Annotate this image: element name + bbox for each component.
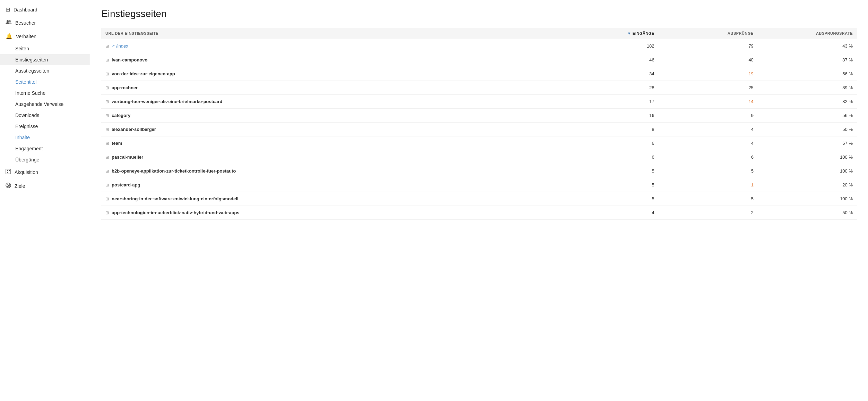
- abspruenge-value: 25: [659, 81, 758, 95]
- col-header-eingaenge[interactable]: ▼EINGÄNGE: [559, 28, 659, 39]
- expand-icon[interactable]: ⊞: [105, 99, 109, 104]
- absprungsrate-value: 100 %: [758, 192, 857, 206]
- sidebar-item-akquisition[interactable]: Akquisition: [0, 165, 90, 179]
- url-value: app-technologien-im-ueberblick-nativ-hyb…: [112, 210, 239, 215]
- sidebar-label-seiten: Seiten: [15, 46, 29, 51]
- url-value: ↗/index: [112, 43, 128, 49]
- table-row: ⊞alexander-sollberger8450 %: [101, 123, 857, 136]
- expand-icon[interactable]: ⊞: [105, 210, 109, 215]
- abspruenge-value: 5: [659, 164, 758, 178]
- absprungsrate-value: 100 %: [758, 150, 857, 164]
- svg-rect-3: [7, 170, 8, 171]
- abspruenge-value: 19: [659, 67, 758, 81]
- absprungsrate-value: 89 %: [758, 81, 857, 95]
- table-row: ⊞b2b-openeye-applikation-zur-ticketkontr…: [101, 164, 857, 178]
- expand-icon[interactable]: ⊞: [105, 85, 109, 90]
- sidebar-label-dashboard: Dashboard: [14, 7, 37, 12]
- absprungsrate-value: 50 %: [758, 123, 857, 136]
- expand-icon[interactable]: ⊞: [105, 197, 109, 201]
- url-link[interactable]: ↗/index: [112, 43, 128, 49]
- expand-icon[interactable]: ⊞: [105, 141, 109, 146]
- eingaenge-value: 5: [559, 164, 659, 178]
- absprungsrate-value: 56 %: [758, 109, 857, 123]
- sidebar-item-seiten[interactable]: Seiten: [0, 43, 90, 54]
- einstiegsseiten-table: URL DER EINSTIEGSSEITE ▼EINGÄNGE ABSPRÜN…: [101, 28, 857, 220]
- sidebar-item-besucher[interactable]: Besucher: [0, 16, 90, 30]
- url-value: von-der-idee-zur-eigenen-app: [112, 71, 175, 76]
- expand-icon[interactable]: ⊞: [105, 113, 109, 118]
- url-value: alexander-sollberger: [112, 127, 156, 132]
- sidebar-item-downloads[interactable]: Downloads: [0, 110, 90, 121]
- eingaenge-value: 16: [559, 109, 659, 123]
- eingaenge-value: 17: [559, 95, 659, 109]
- expand-icon[interactable]: ⊞: [105, 58, 109, 62]
- expand-icon[interactable]: ⊞: [105, 44, 109, 49]
- abspruenge-value: 14: [659, 95, 758, 109]
- expand-icon[interactable]: ⊞: [105, 72, 109, 76]
- absprungsrate-value: 82 %: [758, 95, 857, 109]
- sidebar-label-ausstiegsseiten: Ausstiegsseiten: [15, 68, 49, 74]
- sidebar-label-ereignisse: Ereignisse: [15, 124, 38, 129]
- abspruenge-value: 4: [659, 123, 758, 136]
- sort-arrow-icon: ▼: [627, 31, 631, 35]
- sidebar-item-ausstiegsseiten[interactable]: Ausstiegsseiten: [0, 65, 90, 76]
- absprungsrate-value: 43 %: [758, 39, 857, 53]
- expand-icon[interactable]: ⊞: [105, 169, 109, 174]
- sidebar-label-inhalte: Inhalte: [15, 135, 30, 140]
- table-row: ⊞↗/index1827943 %: [101, 39, 857, 53]
- sidebar-label-downloads: Downloads: [15, 112, 39, 118]
- sidebar-item-engagement[interactable]: Engagement: [0, 143, 90, 154]
- external-link-icon: ↗: [112, 44, 115, 48]
- sidebar-item-dashboard[interactable]: ⊞ Dashboard: [0, 3, 90, 16]
- absprungsrate-value: 50 %: [758, 206, 857, 220]
- verhalten-icon: 🔔: [6, 33, 12, 40]
- sidebar-label-ausgehende-verweise: Ausgehende Verweise: [15, 101, 63, 107]
- abspruenge-value: 40: [659, 53, 758, 67]
- table-row: ⊞pascal-mueller66100 %: [101, 150, 857, 164]
- abspruenge-value: 79: [659, 39, 758, 53]
- absprungsrate-value: 100 %: [758, 164, 857, 178]
- table-body: ⊞↗/index1827943 %⊞ivan-camponovo464087 %…: [101, 39, 857, 220]
- abspruenge-value: 4: [659, 136, 758, 150]
- sidebar-label-uebergaenge: Übergänge: [15, 157, 39, 162]
- sidebar-item-interne-suche[interactable]: Interne Suche: [0, 87, 90, 99]
- url-value: postcard-apg: [112, 182, 140, 187]
- abspruenge-value: 1: [659, 178, 758, 192]
- table-header: URL DER EINSTIEGSSEITE ▼EINGÄNGE ABSPRÜN…: [101, 28, 857, 39]
- sidebar-item-ausgehende-verweise[interactable]: Ausgehende Verweise: [0, 99, 90, 110]
- svg-rect-2: [6, 169, 11, 174]
- absprungsrate-value: 56 %: [758, 67, 857, 81]
- eingaenge-value: 5: [559, 178, 659, 192]
- sidebar-label-akquisition: Akquisition: [15, 169, 38, 175]
- url-value: pascal-mueller: [112, 154, 143, 160]
- table-row: ⊞postcard-apg5120 %: [101, 178, 857, 192]
- col-header-abspruenge[interactable]: ABSPRÜNGE: [659, 28, 758, 39]
- sidebar-sub-verhalten: Seiten Einstiegsseiten Ausstiegsseiten S…: [0, 43, 90, 165]
- sidebar-label-besucher: Besucher: [15, 20, 36, 26]
- besucher-icon: [6, 20, 12, 26]
- sidebar-item-ereignisse[interactable]: Ereignisse: [0, 121, 90, 132]
- sidebar-label-einstiegsseiten: Einstiegsseiten: [15, 57, 48, 62]
- table-row: ⊞category16956 %: [101, 109, 857, 123]
- expand-icon[interactable]: ⊞: [105, 155, 109, 160]
- sidebar-item-verhalten[interactable]: 🔔 Verhalten: [0, 30, 90, 43]
- url-value: werbung-fuer-weniger-als-eine-briefmarke…: [112, 99, 222, 104]
- ziele-icon: [6, 183, 11, 190]
- main-content: Einstiegsseiten URL DER EINSTIEGSSEITE ▼…: [90, 0, 868, 401]
- svg-point-1: [9, 20, 11, 22]
- table-row: ⊞app-rechner282589 %: [101, 81, 857, 95]
- url-value: b2b-openeye-applikation-zur-ticketkontro…: [112, 168, 236, 174]
- url-value: nearshoring-in-der-software-entwicklung-…: [112, 196, 238, 201]
- page-title: Einstiegsseiten: [101, 8, 857, 19]
- sidebar-item-inhalte[interactable]: Inhalte: [0, 132, 90, 143]
- sidebar-item-einstiegsseiten[interactable]: Einstiegsseiten: [0, 54, 90, 65]
- eingaenge-value: 4: [559, 206, 659, 220]
- expand-icon[interactable]: ⊞: [105, 183, 109, 187]
- url-value: category: [112, 113, 130, 118]
- sidebar-item-uebergaenge[interactable]: Übergänge: [0, 154, 90, 165]
- expand-icon[interactable]: ⊞: [105, 127, 109, 132]
- col-header-absprungsrate[interactable]: ABSPRUNGSRATE: [758, 28, 857, 39]
- sidebar-item-ziele[interactable]: Ziele: [0, 179, 90, 193]
- sidebar-item-seitentitel[interactable]: Seitentitel: [0, 76, 90, 87]
- eingaenge-value: 182: [559, 39, 659, 53]
